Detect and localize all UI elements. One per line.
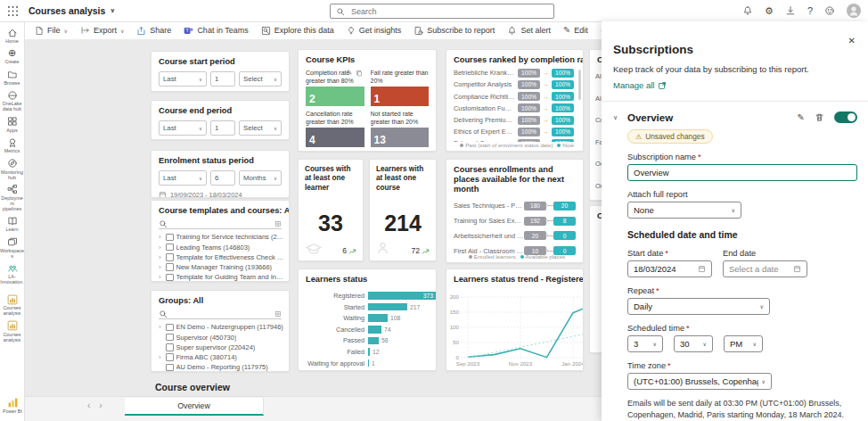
download-icon[interactable] <box>785 5 796 16</box>
sidebar-item-power-bi[interactable]: Power BI <box>0 397 25 415</box>
tab-overview[interactable]: Overview <box>125 398 264 416</box>
toolbar-item-explore-this-data[interactable]: Explore this data <box>255 26 340 36</box>
bar-value: 108 <box>390 315 400 321</box>
checkbox[interactable] <box>166 334 174 342</box>
repeat-select[interactable]: Daily∨ <box>627 298 770 315</box>
help-icon[interactable]: ? <box>807 5 813 16</box>
list-item[interactable]: AU Demo - Reporting (117975) <box>151 362 289 372</box>
slicer-number-input[interactable]: 6 <box>210 170 235 186</box>
list-item[interactable]: ›Training for Service technicians (29172… <box>151 232 289 242</box>
app-launcher-waffle-icon[interactable] <box>0 6 25 16</box>
checkbox[interactable] <box>166 324 174 332</box>
list-item[interactable]: ›Template for Effectiveness Check Cour..… <box>151 252 289 262</box>
checkbox[interactable] <box>166 343 174 351</box>
list-item[interactable]: ›Firma ABC (380714) <box>151 352 289 362</box>
edit-pencil-icon[interactable]: ✎ <box>347 70 353 77</box>
settings-gear-icon[interactable]: ⚙ <box>765 5 774 17</box>
sidebar-item-courses-analysis[interactable]: Courses analysis <box>0 293 25 317</box>
calendar-icon[interactable] <box>793 265 801 273</box>
expand-caret-icon[interactable]: › <box>159 323 163 331</box>
sidebar-item-la-innovation[interactable]: LA-Innovation.. <box>0 262 25 291</box>
search-input[interactable] <box>349 6 548 17</box>
list-item[interactable]: ›Template for Guiding Team and Indivi... <box>151 272 289 282</box>
sidebar-item-apps[interactable]: Apps <box>0 116 25 134</box>
timezone-select[interactable]: (UTC+01:00) Brussels, Copenhagen, Ma∨ <box>627 373 772 390</box>
report-title-menu[interactable]: Courses analysis ∨ <box>25 5 115 16</box>
subscription-name-input[interactable] <box>627 164 857 181</box>
user-avatar[interactable] <box>847 4 861 18</box>
tab-scroll-left-icon[interactable]: ‹ <box>87 400 90 410</box>
expand-caret-icon[interactable]: › <box>159 253 163 261</box>
subscription-section-title[interactable]: Overview <box>627 112 798 123</box>
sidebar-item-browse[interactable]: Browse <box>0 69 25 87</box>
expand-caret-icon[interactable]: › <box>159 233 163 241</box>
checkbox[interactable] <box>166 234 174 242</box>
sidebar-item-workspaces[interactable]: Workspaces <box>0 236 25 260</box>
end-date-input[interactable]: Select a date <box>723 260 807 277</box>
card-courses-with-learner: Courses with at least one learner 33 6 <box>298 159 364 261</box>
slicer-search[interactable] <box>159 219 282 229</box>
toolbar-item-share[interactable]: Share <box>130 26 177 36</box>
global-search[interactable] <box>330 4 554 19</box>
list-item[interactable]: Supervisor (450730) <box>151 332 289 342</box>
scrollbar[interactable] <box>578 70 581 100</box>
toolbar-item-get-insights[interactable]: Get insights <box>340 26 408 36</box>
list-item[interactable]: ›EN Demo - Nutzergruppen (117946) <box>151 322 289 332</box>
sidebar-item-metrics[interactable]: Metrics <box>0 136 25 154</box>
slicer-options-icon[interactable] <box>274 310 282 318</box>
attach-full-report-select[interactable]: None∨ <box>627 202 741 219</box>
slicer-operator-dropdown[interactable]: Last∨ <box>159 71 207 87</box>
slicer-unit-dropdown[interactable]: Select∨ <box>239 120 282 136</box>
minute-select[interactable]: 30∨ <box>674 335 713 352</box>
notifications-bell-icon[interactable] <box>742 5 753 16</box>
toolbar-item-set-alert[interactable]: Set alert <box>501 26 557 36</box>
slicer-unit-dropdown[interactable]: Months∨ <box>239 170 282 186</box>
sidebar-item-courses-analysis[interactable]: Courses analysis <box>0 320 25 343</box>
slicer-options-icon[interactable] <box>274 220 282 227</box>
slicer-operator-dropdown[interactable]: Last∨ <box>159 170 207 186</box>
toolbar-item-edit[interactable]: ✎Edit <box>557 26 594 35</box>
sidebar-item-learn[interactable]: Learn <box>0 215 25 233</box>
sidebar-item-monitoring-hub[interactable]: Monitoring hub <box>0 158 25 181</box>
slicer-unit-dropdown[interactable]: Select∨ <box>239 71 282 87</box>
toolbar-item-export[interactable]: Export∨ <box>74 26 130 35</box>
expand-caret-icon[interactable]: › <box>159 244 163 252</box>
expand-caret-icon[interactable]: › <box>159 353 163 361</box>
manage-all-link[interactable]: Manage all <box>613 80 857 90</box>
trash-icon[interactable] <box>815 112 824 122</box>
expand-caret-icon[interactable]: › <box>159 273 163 281</box>
subscription-enabled-toggle[interactable] <box>834 111 857 123</box>
slicer-number-input[interactable]: 1 <box>210 71 235 87</box>
chevron-down-icon[interactable]: ∨ <box>613 114 627 121</box>
edit-pencil-icon[interactable]: ✎ <box>798 113 805 122</box>
slicer-number-input[interactable]: 1 <box>210 120 235 136</box>
checkbox[interactable] <box>166 364 174 372</box>
meridiem-select[interactable]: PM∨ <box>724 335 763 352</box>
sidebar-item-create[interactable]: ⊕Create <box>0 47 25 65</box>
sidebar-item-onelake-data-hub[interactable]: OneLake data hub <box>0 89 25 112</box>
checkbox[interactable] <box>166 274 174 282</box>
sidebar-item-home[interactable]: Home <box>0 27 25 45</box>
calendar-icon[interactable] <box>698 265 706 273</box>
checkbox[interactable] <box>166 244 174 252</box>
copy-icon[interactable] <box>356 70 363 77</box>
toolbar-item-chat-in-teams[interactable]: TChat in Teams <box>177 26 254 36</box>
bar <box>368 326 381 334</box>
feedback-icon[interactable] <box>824 5 835 16</box>
slicer-search[interactable] <box>159 309 282 319</box>
hour-select[interactable]: 3∨ <box>627 335 663 352</box>
toolbar-item-subscribe-to-report[interactable]: Subscribe to report <box>407 26 501 36</box>
sidebar-item-deployment-pipelines[interactable]: Deployment pipelines <box>0 184 25 212</box>
list-item[interactable]: Super supervisor (220424) <box>151 343 289 352</box>
slicer-operator-dropdown[interactable]: Last∨ <box>159 120 207 136</box>
tab-scroll-right-icon[interactable]: › <box>99 400 102 410</box>
list-item[interactable]: ›New Manager Training (193666) <box>151 262 289 272</box>
checkbox[interactable] <box>166 353 174 361</box>
expand-caret-icon[interactable]: › <box>159 263 163 271</box>
checkbox[interactable] <box>166 253 174 261</box>
close-icon[interactable]: ✕ <box>848 36 856 45</box>
list-item[interactable]: ›Leading Teams (146803) <box>151 242 289 252</box>
checkbox[interactable] <box>166 263 174 271</box>
start-date-input[interactable]: 18/03/2024 <box>627 260 712 277</box>
toolbar-item-file[interactable]: File∨ <box>29 26 74 36</box>
